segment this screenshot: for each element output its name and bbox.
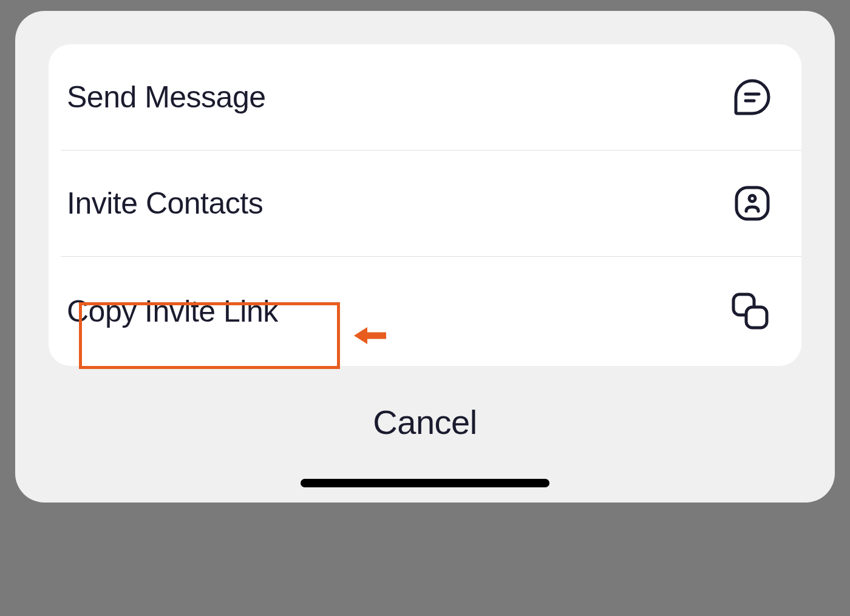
svg-rect-2 <box>736 188 768 219</box>
copy-invite-link-label: Copy Invite Link <box>67 294 278 329</box>
svg-rect-5 <box>746 307 767 328</box>
option-list: Send Message Invite Contacts <box>49 44 801 366</box>
svg-point-3 <box>749 195 755 201</box>
copy-invite-link-row[interactable]: Copy Invite Link <box>49 257 801 366</box>
contact-icon <box>733 184 771 222</box>
message-icon <box>733 78 771 116</box>
action-sheet: Send Message Invite Contacts <box>15 11 835 503</box>
copy-icon <box>730 291 771 332</box>
send-message-label: Send Message <box>67 80 266 115</box>
invite-contacts-label: Invite Contacts <box>67 186 263 221</box>
home-indicator[interactable] <box>301 479 549 487</box>
cancel-label: Cancel <box>373 403 477 441</box>
invite-contacts-row[interactable]: Invite Contacts <box>49 151 801 256</box>
send-message-row[interactable]: Send Message <box>49 44 801 150</box>
